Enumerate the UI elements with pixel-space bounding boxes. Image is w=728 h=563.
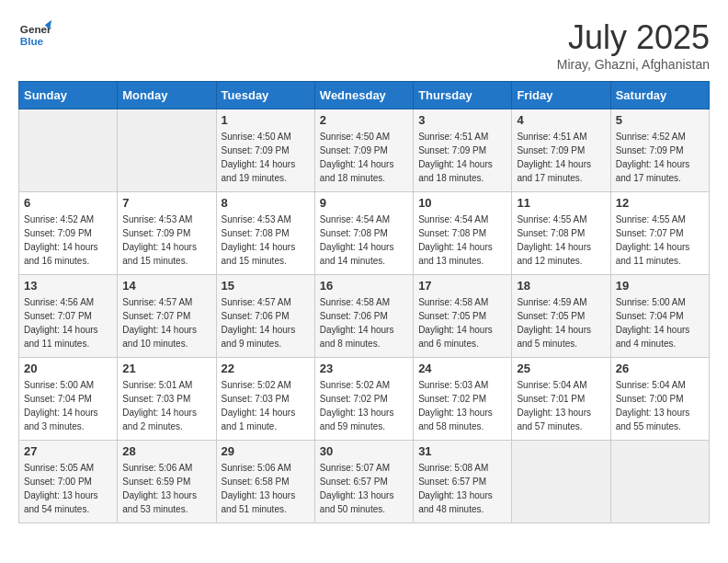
- day-number: 5: [616, 113, 704, 127]
- day-info: Sunrise: 5:07 AMSunset: 6:57 PMDaylight:…: [320, 461, 408, 516]
- day-number: 12: [616, 196, 704, 210]
- page-header: General Blue July 2025 Miray, Ghazni, Af…: [18, 18, 710, 72]
- title-block: July 2025 Miray, Ghazni, Afghanistan: [557, 18, 710, 72]
- calendar-cell: 8Sunrise: 4:53 AMSunset: 7:08 PMDaylight…: [216, 192, 314, 275]
- calendar-cell: 19Sunrise: 5:00 AMSunset: 7:04 PMDayligh…: [610, 275, 709, 358]
- calendar-cell: 11Sunrise: 4:55 AMSunset: 7:08 PMDayligh…: [512, 192, 610, 275]
- logo: General Blue: [18, 18, 55, 52]
- weekday-header: Sunday: [19, 82, 118, 109]
- day-number: 19: [616, 279, 704, 293]
- day-number: 10: [418, 196, 506, 210]
- day-info: Sunrise: 5:00 AMSunset: 7:04 PMDaylight:…: [24, 378, 112, 433]
- day-info: Sunrise: 4:57 AMSunset: 7:07 PMDaylight:…: [122, 295, 210, 350]
- calendar-week-row: 13Sunrise: 4:56 AMSunset: 7:07 PMDayligh…: [19, 275, 710, 358]
- day-number: 26: [616, 362, 704, 375]
- day-number: 20: [24, 362, 112, 375]
- calendar-cell: 27Sunrise: 5:05 AMSunset: 7:00 PMDayligh…: [19, 441, 118, 523]
- calendar-cell: 20Sunrise: 5:00 AMSunset: 7:04 PMDayligh…: [19, 358, 118, 441]
- day-number: 18: [517, 279, 605, 293]
- day-info: Sunrise: 5:02 AMSunset: 7:03 PMDaylight:…: [222, 378, 310, 433]
- day-number: 11: [517, 196, 605, 210]
- calendar-cell: [118, 109, 216, 192]
- day-info: Sunrise: 4:51 AMSunset: 7:09 PMDaylight:…: [517, 130, 605, 185]
- weekday-header: Wednesday: [314, 82, 413, 109]
- calendar-cell: 3Sunrise: 4:51 AMSunset: 7:09 PMDaylight…: [414, 109, 512, 192]
- day-number: 17: [418, 279, 506, 293]
- day-number: 22: [222, 362, 310, 375]
- calendar-cell: 17Sunrise: 4:58 AMSunset: 7:05 PMDayligh…: [414, 275, 512, 358]
- day-info: Sunrise: 4:53 AMSunset: 7:08 PMDaylight:…: [222, 213, 310, 268]
- calendar-cell: 21Sunrise: 5:01 AMSunset: 7:03 PMDayligh…: [118, 358, 216, 441]
- day-info: Sunrise: 5:06 AMSunset: 6:58 PMDaylight:…: [222, 461, 310, 516]
- day-number: 13: [24, 279, 112, 293]
- day-info: Sunrise: 5:08 AMSunset: 6:57 PMDaylight:…: [418, 461, 506, 516]
- day-info: Sunrise: 5:02 AMSunset: 7:02 PMDaylight:…: [320, 378, 408, 433]
- calendar-cell: 22Sunrise: 5:02 AMSunset: 7:03 PMDayligh…: [216, 358, 314, 441]
- day-number: 9: [320, 196, 408, 210]
- calendar-cell: 29Sunrise: 5:06 AMSunset: 6:58 PMDayligh…: [216, 441, 314, 523]
- calendar-cell: 23Sunrise: 5:02 AMSunset: 7:02 PMDayligh…: [314, 358, 413, 441]
- day-info: Sunrise: 5:00 AMSunset: 7:04 PMDaylight:…: [616, 295, 704, 350]
- day-info: Sunrise: 4:55 AMSunset: 7:07 PMDaylight:…: [616, 213, 704, 268]
- calendar-cell: 7Sunrise: 4:53 AMSunset: 7:09 PMDaylight…: [118, 192, 216, 275]
- calendar-cell: [19, 109, 118, 192]
- calendar-cell: 25Sunrise: 5:04 AMSunset: 7:01 PMDayligh…: [512, 358, 610, 441]
- day-number: 16: [320, 279, 408, 293]
- day-number: 30: [320, 444, 408, 458]
- day-number: 8: [222, 196, 310, 210]
- calendar-cell: 10Sunrise: 4:54 AMSunset: 7:08 PMDayligh…: [414, 192, 512, 275]
- calendar-cell: 18Sunrise: 4:59 AMSunset: 7:05 PMDayligh…: [512, 275, 610, 358]
- day-number: 14: [122, 279, 210, 293]
- svg-text:Blue: Blue: [20, 35, 44, 47]
- day-number: 29: [222, 444, 310, 458]
- day-info: Sunrise: 4:53 AMSunset: 7:09 PMDaylight:…: [122, 213, 210, 268]
- calendar-cell: 2Sunrise: 4:50 AMSunset: 7:09 PMDaylight…: [314, 109, 413, 192]
- day-info: Sunrise: 4:57 AMSunset: 7:06 PMDaylight:…: [222, 295, 310, 350]
- weekday-header: Monday: [118, 82, 216, 109]
- day-info: Sunrise: 5:01 AMSunset: 7:03 PMDaylight:…: [122, 378, 210, 433]
- day-info: Sunrise: 4:56 AMSunset: 7:07 PMDaylight:…: [24, 295, 112, 350]
- calendar-cell: 24Sunrise: 5:03 AMSunset: 7:02 PMDayligh…: [414, 358, 512, 441]
- calendar-cell: 16Sunrise: 4:58 AMSunset: 7:06 PMDayligh…: [314, 275, 413, 358]
- day-number: 24: [418, 362, 506, 375]
- day-info: Sunrise: 5:06 AMSunset: 6:59 PMDaylight:…: [122, 461, 210, 516]
- calendar-week-row: 20Sunrise: 5:00 AMSunset: 7:04 PMDayligh…: [19, 358, 710, 441]
- day-info: Sunrise: 4:58 AMSunset: 7:05 PMDaylight:…: [418, 295, 506, 350]
- calendar-week-row: 1Sunrise: 4:50 AMSunset: 7:09 PMDaylight…: [19, 109, 710, 192]
- calendar-cell: 28Sunrise: 5:06 AMSunset: 6:59 PMDayligh…: [118, 441, 216, 523]
- day-info: Sunrise: 4:54 AMSunset: 7:08 PMDaylight:…: [320, 213, 408, 268]
- calendar-cell: 13Sunrise: 4:56 AMSunset: 7:07 PMDayligh…: [19, 275, 118, 358]
- weekday-header-row: SundayMondayTuesdayWednesdayThursdayFrid…: [19, 82, 710, 109]
- weekday-header: Thursday: [414, 82, 512, 109]
- calendar-cell: 26Sunrise: 5:04 AMSunset: 7:00 PMDayligh…: [610, 358, 709, 441]
- day-number: 21: [122, 362, 210, 375]
- weekday-header: Friday: [512, 82, 610, 109]
- calendar-cell: 30Sunrise: 5:07 AMSunset: 6:57 PMDayligh…: [314, 441, 413, 523]
- calendar-cell: 15Sunrise: 4:57 AMSunset: 7:06 PMDayligh…: [216, 275, 314, 358]
- day-number: 27: [24, 444, 112, 458]
- day-info: Sunrise: 4:54 AMSunset: 7:08 PMDaylight:…: [418, 213, 506, 268]
- calendar-cell: 5Sunrise: 4:52 AMSunset: 7:09 PMDaylight…: [610, 109, 709, 192]
- calendar-week-row: 27Sunrise: 5:05 AMSunset: 7:00 PMDayligh…: [19, 441, 710, 523]
- day-info: Sunrise: 5:04 AMSunset: 7:01 PMDaylight:…: [517, 378, 605, 433]
- day-number: 15: [222, 279, 310, 293]
- weekday-header: Tuesday: [216, 82, 314, 109]
- day-number: 3: [418, 113, 506, 127]
- location: Miray, Ghazni, Afghanistan: [557, 57, 710, 72]
- calendar-cell: [512, 441, 610, 523]
- calendar-cell: 31Sunrise: 5:08 AMSunset: 6:57 PMDayligh…: [414, 441, 512, 523]
- calendar-cell: 14Sunrise: 4:57 AMSunset: 7:07 PMDayligh…: [118, 275, 216, 358]
- calendar-cell: [610, 441, 709, 523]
- day-number: 6: [24, 196, 112, 210]
- day-info: Sunrise: 4:50 AMSunset: 7:09 PMDaylight:…: [222, 130, 310, 185]
- day-number: 25: [517, 362, 605, 375]
- day-number: 2: [320, 113, 408, 127]
- day-info: Sunrise: 4:58 AMSunset: 7:06 PMDaylight:…: [320, 295, 408, 350]
- logo-icon: General Blue: [18, 18, 51, 52]
- day-number: 4: [517, 113, 605, 127]
- day-number: 28: [122, 444, 210, 458]
- calendar-cell: 12Sunrise: 4:55 AMSunset: 7:07 PMDayligh…: [610, 192, 709, 275]
- day-info: Sunrise: 5:03 AMSunset: 7:02 PMDaylight:…: [418, 378, 506, 433]
- day-info: Sunrise: 5:04 AMSunset: 7:00 PMDaylight:…: [616, 378, 704, 433]
- month-year: July 2025: [557, 18, 710, 57]
